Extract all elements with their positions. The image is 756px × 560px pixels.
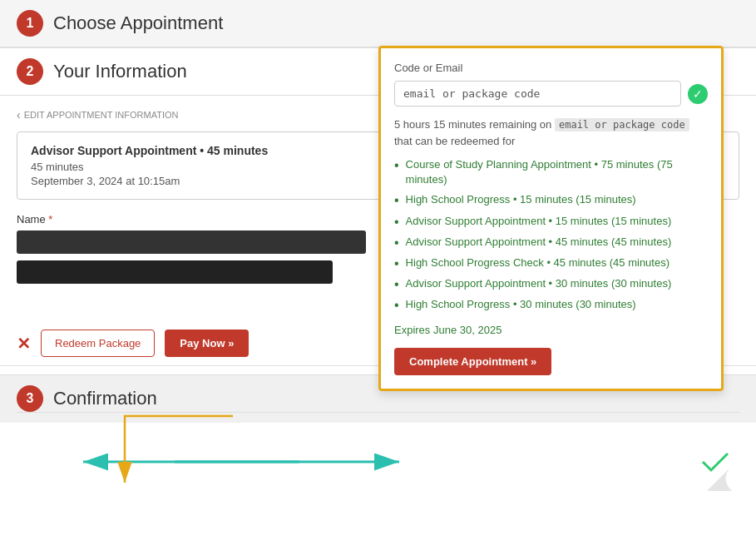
step1-circle: 1 [17,10,43,37]
step3-title: Confirmation [53,388,157,409]
package-popup: Code or Email ✓ 5 hours 15 minutes remai… [378,46,724,391]
second-input-bar [17,260,333,284]
right-arrow-svg [166,445,416,478]
name-input-bar [17,230,366,254]
popup-items-list: Course of Study Planning Appointment • 7… [394,157,708,314]
popup-list-item: High School Progress • 30 minutes (30 mi… [394,297,708,313]
check-icon: ✓ [688,84,708,104]
popup-list-item: High School Progress Check • 45 minutes … [394,255,708,271]
popup-label: Code or Email [394,62,708,74]
step3-circle: 3 [17,385,43,412]
redeem-package-button[interactable]: Redeem Package [41,330,155,357]
complete-appointment-button[interactable]: Complete Appointment » [394,348,551,375]
main-container: 1 Choose Appointment 2 Your Information … [0,0,756,560]
code-email-input[interactable] [394,81,681,107]
popup-list-item: Advisor Support Appointment • 15 minutes… [394,214,708,230]
paper-curl-svg [707,466,732,491]
step1-title: Choose Appointment [53,12,223,34]
step2-title: Your Information [53,61,187,82]
step1-header: 1 Choose Appointment [0,0,756,47]
left-arrow-svg [67,445,316,478]
popup-list-item: Advisor Support Appointment • 30 minutes… [394,276,708,292]
step2-circle: 2 [17,58,43,85]
code-highlight: email or package code [555,118,689,131]
popup-list-item: High School Progress • 15 minutes (15 mi… [394,192,708,208]
green-check-svg [699,449,732,474]
popup-input-row: ✓ [394,81,708,107]
popup-summary: 5 hours 15 minutes remaining on email or… [394,116,708,149]
pay-now-button[interactable]: Pay Now » [165,330,249,357]
x-mark-icon: ✕ [17,334,31,354]
required-marker: * [48,213,52,225]
popup-list-item: Advisor Support Appointment • 45 minutes… [394,235,708,250]
popup-expires: Expires June 30, 2025 [394,324,708,336]
popup-list-item: Course of Study Planning Appointment • 7… [394,157,708,187]
